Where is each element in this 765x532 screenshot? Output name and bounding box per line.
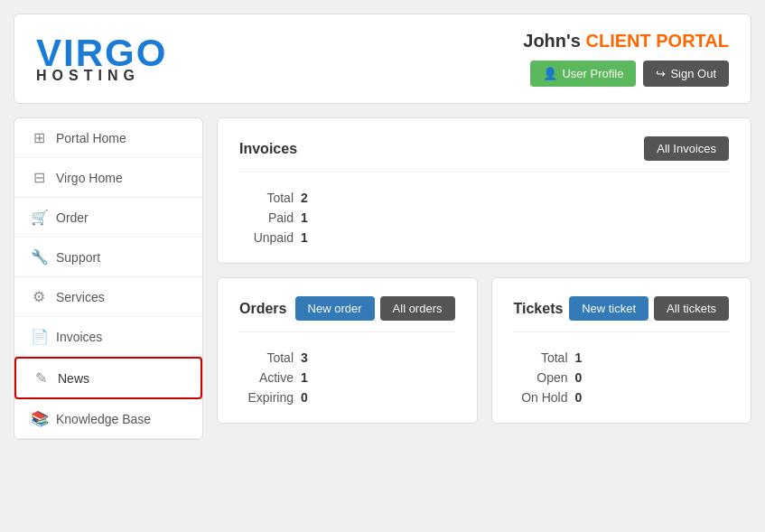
stat-line: Open 0	[514, 370, 730, 385]
stat-label: On Hold	[514, 390, 568, 405]
sidebar-item-services[interactable]: ⚙ Services	[14, 277, 202, 317]
tickets-card: Tickets New ticket All tickets Total 1 O…	[491, 277, 752, 424]
sidebar-label-support: Support	[56, 250, 100, 265]
sign-out-button[interactable]: ↪ Sign Out	[643, 61, 729, 87]
sidebar-label-virgo-home: Virgo Home	[56, 171, 123, 185]
orders-btn-group: New order All orders	[295, 296, 455, 321]
sidebar-item-knowledge-base[interactable]: 📚 Knowledge Base	[14, 399, 202, 439]
tickets-btn-group: New ticket All tickets	[569, 296, 729, 321]
new-ticket-button[interactable]: New ticket	[569, 296, 648, 321]
greeting-text: John's	[523, 31, 581, 51]
main-layout: ⊞ Portal Home ⊟ Virgo Home 🛒 Order 🔧 Sup…	[14, 117, 751, 440]
all-invoices-button[interactable]: All Invoices	[644, 136, 729, 161]
header: VIRGO HOSTING John's CLIENT PORTAL 👤 Use…	[14, 14, 751, 104]
sidebar-item-portal-home[interactable]: ⊞ Portal Home	[14, 118, 202, 158]
tickets-stats: Total 1 Open 0 On Hold 0	[514, 343, 730, 405]
stat-line: Total 3	[239, 350, 455, 365]
stat-line: Total 2	[239, 191, 729, 205]
sidebar-label-knowledge-base: Knowledge Base	[56, 412, 151, 426]
stat-label: Total	[514, 350, 568, 365]
stat-label: Total	[239, 191, 294, 205]
invoices-header: Invoices All Invoices	[239, 136, 729, 173]
stat-line: Total 1	[514, 350, 730, 365]
stat-value: 1	[301, 210, 308, 225]
user-profile-button[interactable]: 👤 User Profile	[530, 61, 636, 87]
stat-label: Total	[239, 350, 294, 365]
orders-header: Orders New order All orders	[239, 296, 455, 332]
stat-value: 1	[301, 230, 308, 245]
orders-stats: Total 3 Active 1 Expiring 0	[239, 343, 455, 405]
stat-value: 1	[301, 370, 308, 385]
stat-line: On Hold 0	[514, 390, 730, 405]
sidebar-item-support[interactable]: 🔧 Support	[14, 238, 202, 277]
stat-label: Active	[239, 370, 294, 385]
sidebar-item-news[interactable]: ✎ News	[14, 357, 202, 399]
news-icon: ✎	[33, 369, 49, 387]
sidebar-item-invoices[interactable]: 📄 Invoices	[14, 317, 202, 357]
sidebar: ⊞ Portal Home ⊟ Virgo Home 🛒 Order 🔧 Sup…	[14, 117, 203, 440]
header-right: John's CLIENT PORTAL 👤 User Profile ↪ Si…	[523, 31, 729, 87]
orders-title: Orders	[239, 301, 286, 317]
stat-value: 0	[301, 390, 308, 405]
stat-value: 1	[575, 350, 583, 365]
virgo-home-icon: ⊟	[31, 169, 47, 186]
stat-value: 0	[575, 390, 583, 405]
logo-hosting: HOSTING	[36, 69, 167, 83]
portal-label: CLIENT PORTAL	[585, 31, 729, 51]
logo: VIRGO HOSTING	[36, 34, 167, 83]
stat-value: 2	[301, 191, 308, 205]
sidebar-label-portal-home: Portal Home	[56, 131, 126, 145]
bottom-cards: Orders New order All orders Total 3 Acti…	[217, 277, 751, 424]
stat-label: Unpaid	[239, 230, 294, 245]
sidebar-label-news: News	[58, 371, 89, 386]
support-icon: 🔧	[31, 248, 47, 266]
tickets-title: Tickets	[514, 301, 564, 317]
all-tickets-button[interactable]: All tickets	[654, 296, 729, 321]
invoices-stats: Total 2 Paid 1 Unpaid 1	[239, 183, 729, 245]
sidebar-label-order: Order	[56, 210, 89, 225]
stat-line: Active 1	[239, 370, 455, 385]
stat-value: 0	[575, 370, 583, 385]
tickets-header: Tickets New ticket All tickets	[514, 296, 730, 332]
sidebar-label-invoices: Invoices	[56, 330, 102, 344]
knowledge-base-icon: 📚	[31, 410, 47, 427]
invoices-title: Invoices	[239, 141, 297, 157]
all-orders-button[interactable]: All orders	[380, 296, 455, 321]
stat-label: Paid	[239, 210, 294, 225]
stat-value: 3	[301, 350, 308, 365]
sidebar-item-order[interactable]: 🛒 Order	[14, 198, 202, 238]
stat-line: Unpaid 1	[239, 230, 729, 245]
logo-virgo: VIRGO	[36, 34, 167, 72]
stat-label: Open	[514, 370, 568, 385]
stat-label: Expiring	[239, 390, 294, 405]
portal-home-icon: ⊞	[31, 129, 47, 146]
orders-card: Orders New order All orders Total 3 Acti…	[217, 277, 478, 424]
stat-line: Expiring 0	[239, 390, 455, 405]
sidebar-item-virgo-home[interactable]: ⊟ Virgo Home	[14, 158, 202, 198]
services-icon: ⚙	[31, 288, 47, 305]
stat-line: Paid 1	[239, 210, 729, 225]
new-order-button[interactable]: New order	[295, 296, 375, 321]
invoices-card: Invoices All Invoices Total 2 Paid 1 Unp…	[217, 117, 751, 264]
sidebar-label-services: Services	[56, 290, 105, 304]
invoices-icon: 📄	[31, 328, 47, 345]
signout-icon: ↪	[656, 67, 666, 80]
content-area: Invoices All Invoices Total 2 Paid 1 Unp…	[217, 117, 751, 440]
portal-title: John's CLIENT PORTAL	[523, 31, 729, 51]
order-icon: 🛒	[31, 209, 47, 226]
user-icon: 👤	[543, 67, 557, 80]
